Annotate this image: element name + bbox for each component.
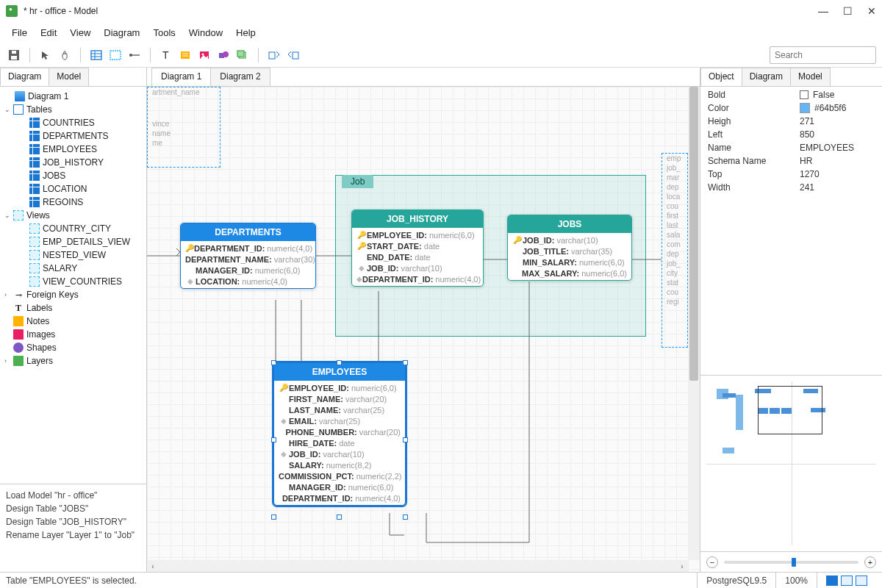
entity-employees[interactable]: EMPLOYEES 🔑EMPLOYEE_ID: numeric(6,0)FIRS… xyxy=(273,362,406,506)
resize-handle[interactable] xyxy=(403,437,408,442)
scrollbar-vertical[interactable] xyxy=(688,87,700,560)
import-icon[interactable] xyxy=(266,47,282,63)
column-name: START_DATE: xyxy=(367,242,422,251)
column-row[interactable]: END_DATE: date xyxy=(352,251,483,262)
chevron-right-icon[interactable]: › xyxy=(4,291,13,298)
column-row[interactable]: LAST_NAME: varchar(25) xyxy=(274,404,405,415)
column-row[interactable]: 🔑EMPLOYEE_ID: numeric(6,0) xyxy=(352,229,483,240)
column-row[interactable]: PHONE_NUMBER: varchar(20) xyxy=(274,426,405,437)
view-icon[interactable] xyxy=(107,47,123,63)
table-icon[interactable] xyxy=(88,47,104,63)
layout-icon[interactable] xyxy=(826,576,838,586)
column-row[interactable]: 🔑START_DATE: date xyxy=(352,240,483,251)
relation-icon[interactable] xyxy=(126,47,143,63)
zoom-out-icon[interactable]: − xyxy=(706,556,718,568)
note-icon[interactable] xyxy=(177,47,193,63)
toolbar: T xyxy=(0,43,882,68)
scroll-right-icon[interactable]: › xyxy=(676,562,688,570)
column-row[interactable]: MIN_SALARY: numeric(6,0) xyxy=(508,257,631,268)
column-row[interactable]: FIRST_NAME: varchar(20) xyxy=(274,393,405,404)
search-input[interactable] xyxy=(775,50,882,60)
resize-handle[interactable] xyxy=(271,514,276,520)
column-row[interactable]: 🔑EMPLOYEE_ID: numeric(6,0) xyxy=(274,382,405,393)
tree[interactable]: Diagram 1 ⌄Tables COUNTRIES DEPARTMENTS … xyxy=(0,87,146,484)
menu-diagram[interactable]: Diagram xyxy=(98,24,146,41)
menu-help[interactable]: Help xyxy=(230,24,262,41)
column-row[interactable]: HIRE_DATE: date xyxy=(274,437,405,448)
tab-object[interactable]: Object xyxy=(700,68,742,86)
tab-diagram2[interactable]: Diagram 2 xyxy=(210,68,270,86)
menu-edit[interactable]: Edit xyxy=(35,24,62,41)
overview[interactable] xyxy=(700,375,882,551)
column-row[interactable]: JOB_TITLE: varchar(35) xyxy=(508,245,631,257)
overview-viewport[interactable] xyxy=(758,386,822,434)
save-icon[interactable] xyxy=(6,47,22,63)
column-row[interactable]: DEPARTMENT_NAME: varchar(30) xyxy=(181,254,315,265)
resize-handle[interactable] xyxy=(337,360,342,365)
hand-icon[interactable] xyxy=(57,47,73,63)
column-row[interactable]: DEPARTMENT_ID: numeric(4,0) xyxy=(274,492,405,503)
column-row[interactable]: MAX_SALARY: numeric(6,0) xyxy=(508,268,631,279)
menu-window[interactable]: Window xyxy=(183,24,229,41)
layer-icon[interactable] xyxy=(234,47,251,63)
chevron-right-icon[interactable]: › xyxy=(4,357,13,365)
zoom-slider[interactable] xyxy=(724,561,858,564)
chevron-down-icon[interactable]: ⌄ xyxy=(4,106,13,113)
slider-knob[interactable] xyxy=(792,558,796,567)
resize-handle[interactable] xyxy=(271,437,276,442)
tab-model[interactable]: Model xyxy=(49,68,89,86)
tab-diagram1[interactable]: Diagram 1 xyxy=(151,68,211,86)
resize-handle[interactable] xyxy=(337,514,342,520)
ghost-entity[interactable]: artment_name vince name me xyxy=(147,87,220,168)
minimize-icon[interactable]: — xyxy=(818,5,828,17)
close-icon[interactable]: ✕ xyxy=(867,5,876,17)
history-item[interactable]: Load Model "hr - office" xyxy=(6,489,140,502)
resize-handle[interactable] xyxy=(403,514,408,520)
maximize-icon[interactable]: ☐ xyxy=(843,5,853,17)
chevron-down-icon[interactable]: ⌄ xyxy=(4,212,13,219)
tab-diagram-props[interactable]: Diagram xyxy=(742,68,791,86)
image-icon[interactable] xyxy=(196,47,212,63)
column-row[interactable]: ◆JOB_ID: varchar(10) xyxy=(274,448,405,459)
column-row[interactable]: 🔑DEPARTMENT_ID: numeric(4,0) xyxy=(181,243,315,254)
tab-model-props[interactable]: Model xyxy=(790,68,831,86)
status-zoom: 100% xyxy=(775,573,817,588)
menu-tools[interactable]: Tools xyxy=(147,24,181,41)
search-box[interactable] xyxy=(770,46,876,64)
entity-jobhistory[interactable]: JOB_HISTORY 🔑EMPLOYEE_ID: numeric(6,0)🔑S… xyxy=(351,209,484,287)
layout-icon[interactable] xyxy=(841,576,853,586)
menu-file[interactable]: File xyxy=(6,24,33,41)
shape-icon[interactable] xyxy=(215,47,232,63)
history-item[interactable]: Design Table "JOB_HISTORY" xyxy=(6,515,140,528)
entity-header: EMPLOYEES xyxy=(274,363,405,381)
zoom-in-icon[interactable]: + xyxy=(864,556,876,568)
column-row[interactable]: SALARY: numeric(8,2) xyxy=(274,459,405,470)
column-row[interactable]: COMMISSION_PCT: numeric(2,2) xyxy=(274,470,405,481)
prop-row: Width241 xyxy=(700,181,882,194)
canvas[interactable]: artment_name vince name me Job DEPARTMEN… xyxy=(147,87,700,572)
column-row[interactable]: MANAGER_ID: numeric(6,0) xyxy=(181,265,315,276)
entity-departments[interactable]: DEPARTMENTS 🔑DEPARTMENT_ID: numeric(4,0)… xyxy=(180,223,316,289)
pointer-icon[interactable] xyxy=(37,47,54,63)
menu-view[interactable]: View xyxy=(64,24,96,41)
tab-diagram[interactable]: Diagram xyxy=(0,68,49,86)
layout-icon[interactable] xyxy=(856,576,867,586)
column-row[interactable]: ◆LOCATION: numeric(4,0) xyxy=(181,276,315,287)
column-row[interactable]: MANAGER_ID: numeric(6,0) xyxy=(274,481,405,492)
scroll-left-icon[interactable]: ‹ xyxy=(147,562,159,570)
scrollbar-horizontal[interactable]: ‹ › xyxy=(147,560,688,572)
history-item[interactable]: Design Table "JOBS" xyxy=(6,502,140,515)
column-row[interactable]: ◆DEPARTMENT_ID: numeric(4,0) xyxy=(352,273,483,284)
entity-jobs[interactable]: JOBS 🔑JOB_ID: varchar(10)JOB_TITLE: varc… xyxy=(507,215,632,281)
text-icon[interactable]: T xyxy=(158,47,174,63)
resize-handle[interactable] xyxy=(271,360,276,365)
scroll-thumb[interactable] xyxy=(689,87,698,381)
column-row[interactable]: ◆JOB_ID: varchar(10) xyxy=(352,262,483,273)
ghost-entity[interactable]: emp job_ mar dep loca cou first last sal… xyxy=(662,153,688,348)
history-item[interactable]: Rename Layer "Layer 1" to "Job" xyxy=(6,528,140,542)
resize-handle[interactable] xyxy=(403,360,408,365)
export-icon[interactable] xyxy=(285,47,301,63)
column-row[interactable]: 🔑JOB_ID: varchar(10) xyxy=(508,234,631,245)
column-name: PHONE_NUMBER: xyxy=(286,428,357,437)
column-row[interactable]: ◆EMAIL: varchar(25) xyxy=(274,415,405,426)
